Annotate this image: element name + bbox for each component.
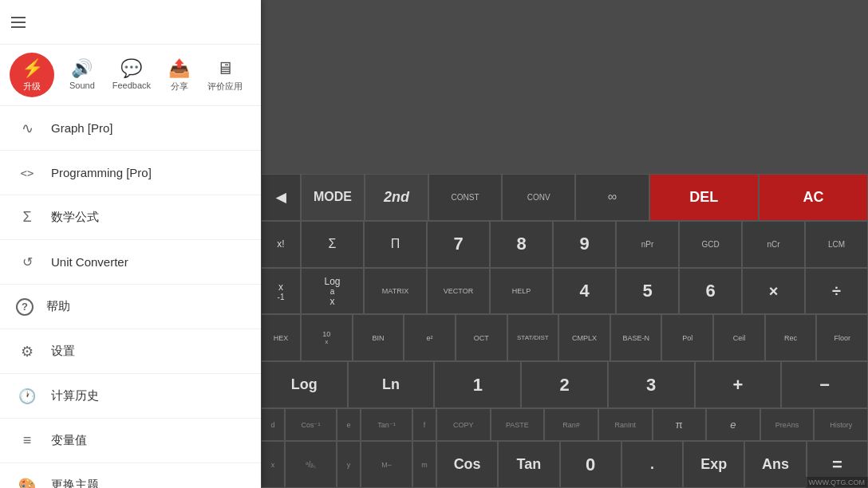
- btn-x-label[interactable]: x: [261, 441, 285, 488]
- sidebar-item-unit-converter[interactable]: ↺ Unit Converter: [0, 240, 261, 285]
- btn-copy[interactable]: COPY: [436, 408, 491, 441]
- sidebar-header: [0, 0, 261, 45]
- btn-del[interactable]: DEL: [649, 174, 759, 221]
- sidebar-item-variables[interactable]: ≡ 变量值: [0, 419, 261, 463]
- btn-rann[interactable]: Ran#: [544, 408, 598, 441]
- btn-ranint[interactable]: RanInt: [598, 408, 653, 441]
- calc-row-5: Log Ln 1 2 3 + −: [261, 361, 868, 408]
- btn-10x[interactable]: 10x: [301, 314, 353, 361]
- hamburger-menu[interactable]: [6, 0, 30, 45]
- theme-label: 更换主题: [51, 478, 99, 488]
- btn-multiply[interactable]: ×: [742, 268, 805, 315]
- btn-2[interactable]: 2: [521, 361, 608, 408]
- btn-mminus[interactable]: M–: [361, 441, 412, 488]
- sidebar-item-programming[interactable]: <> Programming [Pro]: [0, 151, 261, 195]
- calc-row-6: d Cos⁻¹ e Tan⁻¹ f COPY PASTE Ran# RanInt…: [261, 408, 868, 441]
- btn-ncr[interactable]: nCr: [742, 221, 805, 268]
- btn-e2[interactable]: e²: [404, 314, 456, 361]
- btn-ans[interactable]: Ans: [744, 441, 806, 488]
- btn-tan[interactable]: Tan: [498, 441, 559, 488]
- toolbar-icons: 🔊 Sound 💬 Feedback 📤 分享 🖥 评价应用: [61, 55, 251, 96]
- settings-icon: ⚙: [16, 343, 38, 360]
- sidebar-item-history[interactable]: 🕐 计算历史: [0, 374, 261, 419]
- btn-history[interactable]: History: [814, 408, 868, 441]
- btn-dot[interactable]: .: [621, 441, 683, 488]
- btn-floor[interactable]: Floor: [816, 314, 868, 361]
- sidebar-item-graph[interactable]: ∿ Graph [Pro]: [0, 106, 261, 151]
- toolbar-share[interactable]: 📤 分享: [162, 55, 196, 96]
- btn-minus[interactable]: −: [781, 361, 868, 408]
- upgrade-label: 升级: [23, 81, 41, 92]
- btn-e-const[interactable]: e: [706, 408, 760, 441]
- btn-vector[interactable]: VECTOR: [427, 268, 490, 315]
- btn-4[interactable]: 4: [553, 268, 616, 315]
- btn-mode[interactable]: MODE: [301, 174, 365, 221]
- btn-divide[interactable]: ÷: [805, 268, 868, 315]
- btn-inf[interactable]: ∞: [575, 174, 649, 221]
- toolbar-rate[interactable]: 🖥 评价应用: [201, 55, 249, 96]
- btn-5[interactable]: 5: [616, 268, 679, 315]
- btn-sigma[interactable]: Σ: [301, 221, 364, 268]
- btn-cos[interactable]: Cos: [436, 441, 498, 488]
- btn-hex[interactable]: HEX: [261, 314, 301, 361]
- btn-pol[interactable]: Pol: [661, 314, 713, 361]
- btn-cos-inv[interactable]: Cos⁻¹: [285, 408, 337, 441]
- toolbar-feedback[interactable]: 💬 Feedback: [106, 55, 157, 96]
- btn-stat[interactable]: STAT/DIST: [507, 314, 559, 361]
- btn-ln[interactable]: Ln: [348, 361, 435, 408]
- btn-3[interactable]: 3: [608, 361, 695, 408]
- btn-plus[interactable]: +: [695, 361, 782, 408]
- btn-9[interactable]: 9: [553, 221, 616, 268]
- btn-rec[interactable]: Rec: [765, 314, 817, 361]
- btn-8[interactable]: 8: [490, 221, 553, 268]
- btn-pi-const[interactable]: π: [653, 408, 707, 441]
- btn-xinv[interactable]: x-1: [261, 268, 301, 315]
- sidebar-item-help[interactable]: ? 帮助: [0, 285, 261, 329]
- btn-1[interactable]: 1: [434, 361, 521, 408]
- btn-ceil[interactable]: Ceil: [713, 314, 765, 361]
- btn-ac[interactable]: AC: [759, 174, 868, 221]
- btn-exp[interactable]: Exp: [683, 441, 744, 488]
- unit-converter-label: Unit Converter: [51, 255, 128, 269]
- btn-f-label[interactable]: f: [412, 408, 436, 441]
- variables-label: 变量值: [51, 433, 87, 448]
- btn-logax[interactable]: Logax: [301, 268, 364, 315]
- btn-help-calc[interactable]: HELP: [490, 268, 553, 315]
- calc-row-3: x-1 Logax MATRIX VECTOR HELP 4 5 6 × ÷: [261, 268, 868, 315]
- sidebar-item-math[interactable]: Σ 数学公式: [0, 195, 261, 240]
- btn-7[interactable]: 7: [427, 221, 490, 268]
- rate-icon: 🖥: [216, 58, 234, 79]
- settings-label: 设置: [51, 344, 75, 359]
- btn-cmplx[interactable]: CMPLX: [558, 314, 610, 361]
- btn-preans[interactable]: PreAns: [760, 408, 815, 441]
- btn-y-label[interactable]: y: [337, 441, 361, 488]
- upgrade-button[interactable]: ⚡ 升级: [10, 53, 54, 97]
- btn-d-label[interactable]: d: [261, 408, 285, 441]
- sidebar-item-theme[interactable]: 🎨 更换主题: [0, 463, 261, 488]
- btn-matrix[interactable]: MATRIX: [364, 268, 427, 315]
- btn-npr[interactable]: nPr: [616, 221, 679, 268]
- toolbar-sound[interactable]: 🔊 Sound: [63, 55, 101, 96]
- btn-oct[interactable]: OCT: [456, 314, 507, 361]
- btn-log[interactable]: Log: [261, 361, 348, 408]
- graph-icon: ∿: [16, 120, 38, 137]
- btn-lcm[interactable]: LCM: [805, 221, 868, 268]
- btn-pi-cap[interactable]: Π: [364, 221, 427, 268]
- btn-e-label[interactable]: e: [337, 408, 361, 441]
- btn-tan-inv[interactable]: Tan⁻¹: [361, 408, 412, 441]
- btn-const[interactable]: CONST: [428, 174, 502, 221]
- btn-0[interactable]: 0: [560, 441, 621, 488]
- btn-factorial[interactable]: x!: [261, 221, 301, 268]
- btn-bin[interactable]: BIN: [353, 314, 404, 361]
- btn-left-arrow[interactable]: ◀: [261, 174, 301, 221]
- variables-icon: ≡: [16, 432, 38, 449]
- btn-conv[interactable]: CONV: [502, 174, 575, 221]
- btn-m-label[interactable]: m: [412, 441, 436, 488]
- btn-paste[interactable]: PASTE: [491, 408, 545, 441]
- btn-2nd[interactable]: 2nd: [365, 174, 428, 221]
- btn-basen[interactable]: BASE-N: [610, 314, 662, 361]
- btn-gcd[interactable]: GCD: [679, 221, 742, 268]
- sidebar-item-settings[interactable]: ⚙ 设置: [0, 329, 261, 374]
- btn-frac[interactable]: ᵃ/ᵦ꜀: [285, 441, 337, 488]
- btn-6[interactable]: 6: [679, 268, 742, 315]
